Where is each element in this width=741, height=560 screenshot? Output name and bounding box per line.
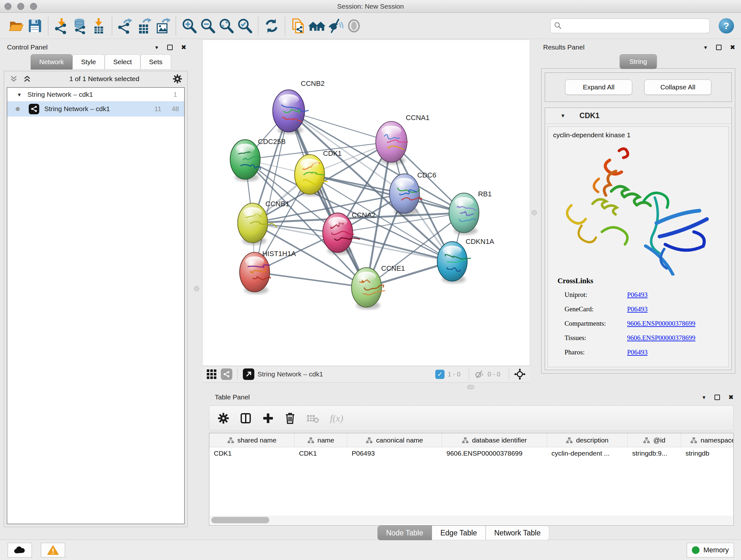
search-input[interactable] [550,18,710,33]
edge-HIST1H1A-CCNB2[interactable] [255,111,289,272]
crosslink-link[interactable]: 9606.ENSP00000378699 [627,320,695,327]
column-header-databaseidentifier[interactable]: database identifier [442,433,547,447]
zoom-in-button[interactable] [180,17,199,35]
node-CCNB2[interactable]: CCNB2 [273,79,325,134]
column-header-description[interactable]: description [547,433,628,447]
import-network-from-database-button[interactable] [71,17,89,35]
panel-menu-icon[interactable]: ▼ [154,45,159,50]
tree-expand-icon[interactable]: ▼ [17,92,22,98]
panel-close-icon[interactable]: ✖ [181,44,186,51]
zoom-out-button[interactable] [199,17,217,35]
collapse-all-networks-icon[interactable] [9,75,18,83]
left-splitter-handle[interactable] [194,286,199,291]
scrollbar-thumb[interactable] [211,517,269,523]
table-cell[interactable]: cyclin-dependent ... [547,447,628,461]
zoom-selected-button[interactable] [235,17,254,35]
warnings-button[interactable] [41,543,65,557]
network-canvas[interactable]: CCNB2CCNA1CDC25BCDK1CDC6RB1CCNB1CCNA2CDK… [202,40,530,366]
export-network-button[interactable] [116,17,135,35]
open-session-button[interactable] [7,17,25,35]
string-home-button[interactable] [308,17,326,35]
crosslink-link[interactable]: P06493 [627,291,648,299]
memory-button[interactable]: Memory [687,543,734,557]
column-header-name[interactable]: name [294,433,347,447]
edge-CCNB2-CCNE1[interactable] [289,111,367,287]
export-image-button[interactable] [153,17,172,35]
warning-icon [47,545,59,555]
save-session-button[interactable] [25,17,44,35]
network-collection-row[interactable]: ▼ String Network – cdk1 1 [7,88,184,101]
table-cell[interactable]: 9606.ENSP00000378699 [442,447,547,461]
column-header-canonicalname[interactable]: canonical name [347,433,442,447]
node-RB1[interactable]: RB1 [449,190,492,235]
crosslink-link[interactable]: P06493 [627,305,648,313]
tab-node-table[interactable]: Node Table [378,525,432,540]
results-panel-title: Results Panel [543,44,585,51]
crosslink-link[interactable]: 9606.ENSP00000378699 [627,334,695,342]
table-settings-gear-icon[interactable] [218,413,229,424]
add-column-icon[interactable] [262,413,274,424]
node-CDKN1A[interactable]: CDKN1A [437,238,494,284]
apply-layout-button[interactable] [262,17,281,35]
help-button[interactable]: ? [719,18,734,34]
cloud-status-button[interactable] [8,543,32,557]
right-splitter-handle[interactable] [532,210,537,215]
node-CCNA1[interactable]: CCNA1 [376,114,429,165]
show-columns-icon[interactable] [240,413,252,424]
tab-string[interactable]: String [620,54,657,69]
show-graphics-details-button[interactable] [345,17,363,35]
bottom-splitter-handle[interactable] [467,385,474,389]
table-horizontal-scrollbar[interactable] [210,516,733,524]
panel-close-icon[interactable]: ✖ [730,44,735,51]
tab-edge-table[interactable]: Edge Table [432,525,486,540]
birds-eye-view-icon[interactable] [207,369,216,379]
table-cell[interactable]: stringdb:9... [628,447,681,461]
crosslink-label: GeneCard: [564,305,627,313]
tab-network[interactable]: Network [30,54,72,70]
panel-float-icon[interactable] [167,45,173,50]
table-cell[interactable]: CDK1 [294,447,347,461]
import-network-from-file-button[interactable] [52,17,71,35]
panel-menu-icon[interactable]: ▼ [701,395,706,400]
hide-graphics-details-button[interactable] [326,17,345,35]
open-external-icon[interactable] [243,368,254,380]
table-cell[interactable]: CDK1 [209,447,294,461]
expand-all-button[interactable]: Expand All [565,79,632,95]
panel-float-icon[interactable] [715,395,720,400]
network-options-gear-icon[interactable] [173,74,182,84]
table-cell[interactable]: stringdb [681,447,734,461]
toolbar-separator [176,17,176,35]
table-row[interactable]: CDK1CDK1P064939606.ENSP00000378699cyclin… [209,447,733,461]
panel-close-icon[interactable]: ✖ [728,393,734,401]
node-CCNE1[interactable]: CCNE1 [352,264,405,309]
node-HIST1H1A[interactable]: HIST1H1A [240,250,296,294]
center-view-crosshair-icon[interactable] [514,368,526,380]
edge-HIST1H1A-CCNE1[interactable] [255,272,367,287]
export-table-button[interactable] [135,17,153,35]
tab-sets[interactable]: Sets [140,54,171,70]
network-share-toggle-icon[interactable] [221,368,232,380]
tab-network-table[interactable]: Network Table [486,525,549,540]
section-expand-icon[interactable]: ▼ [560,113,565,119]
import-table-from-file-button[interactable] [89,17,108,35]
crosslink-link[interactable]: P06493 [627,348,648,356]
node-CDC6[interactable]: CDC6 [389,171,436,215]
column-header-namespace[interactable]: namespace [681,433,734,447]
zoom-fit-button[interactable] [217,17,235,35]
delete-column-trash-icon[interactable] [285,412,295,424]
gene-section-header[interactable]: ▼ CDK1 [545,108,731,124]
tab-style[interactable]: Style [72,54,105,70]
selected-count-checkbox[interactable]: ✓ [435,370,445,379]
clone-network-button[interactable] [289,17,308,35]
expand-all-networks-icon[interactable] [23,75,31,83]
collapse-all-button[interactable]: Collapse All [644,79,711,95]
column-header-id[interactable]: @id [628,433,681,447]
string-network-graph[interactable]: CCNB2CCNA1CDC25BCDK1CDC6RB1CCNB1CCNA2CDK… [203,40,530,366]
table-cell[interactable]: P06493 [347,447,442,461]
crosslink-row: Pharos:P06493 [564,345,729,360]
panel-menu-icon[interactable]: ▼ [703,45,708,50]
tab-select[interactable]: Select [105,54,140,70]
network-row-selected[interactable]: String Network – cdk1 11 48 [7,101,184,117]
column-header-sharedname[interactable]: shared name [209,433,294,447]
panel-float-icon[interactable] [716,45,722,50]
